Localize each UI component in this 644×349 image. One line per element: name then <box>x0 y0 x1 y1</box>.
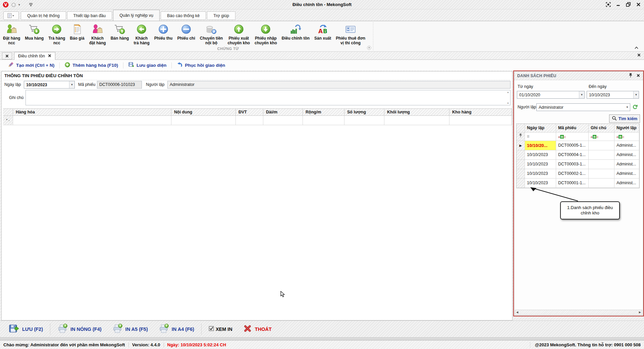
items-cell-noi-dung[interactable] <box>171 116 236 125</box>
ngay-lap-combo[interactable]: 10/10/2023 ▼ <box>24 81 75 89</box>
grid-cell[interactable]: DCT00004-1... <box>556 150 589 160</box>
scroll-right-icon[interactable]: ▶ <box>639 311 641 314</box>
ribbon-item-tra-hang-ncc[interactable]: Trả hàng ncc <box>46 22 67 46</box>
ribbon-item-phieu-thue-don-vi-thi-cong[interactable]: Phiếu thuê đơn vị thi công <box>333 22 368 46</box>
button-luu-f2[interactable]: LƯU (F2) <box>3 323 48 335</box>
grid-row[interactable]: 10/10/2023DCT00003-1...Administ... <box>517 160 639 169</box>
tabstrip-close-icon[interactable] <box>637 53 641 58</box>
grid-cell[interactable]: DCT00005-1... <box>556 141 589 150</box>
items-cell-khoi-luong[interactable] <box>384 116 449 125</box>
grid-filter-cell[interactable]: aBc <box>614 133 639 141</box>
tab-dieu-chinh-ton[interactable]: Điều chỉnh tồn <box>14 52 55 60</box>
items-col-so-luong[interactable]: Số lượng <box>344 108 384 116</box>
grid-filter-row[interactable]: =aBcaBcaBc <box>517 133 639 141</box>
chevron-down-icon[interactable]: ▼ <box>69 81 74 88</box>
resize-strip[interactable] <box>0 337 644 340</box>
grid-cell[interactable] <box>589 169 614 179</box>
grid-cell[interactable] <box>589 150 614 160</box>
panel-close-icon[interactable] <box>637 73 640 78</box>
ribbon-item-san-xuat[interactable]: ABSản xuất <box>312 22 333 41</box>
items-cell-kho-hang[interactable] <box>449 116 512 125</box>
ribbon-item-khach-tra-hang[interactable]: Khách trả hàng <box>131 22 152 46</box>
action-tao-moi-ctrl-n[interactable]: Tạo mới (Ctrl + N) <box>3 62 59 69</box>
button-in-a5-f5[interactable]: ?IN A5 (F5) <box>107 323 153 335</box>
action-luu-giao-dien[interactable]: Lưu giao diện <box>123 62 171 68</box>
ribbon-item-phieu-xuat-chuyen-kho[interactable]: Phiếu xuất chuyển kho <box>225 22 252 46</box>
ribbon-item-phieu-thu[interactable]: Phiếu thu <box>152 22 175 41</box>
close-icon[interactable] <box>636 2 641 7</box>
grid-cell[interactable]: DCT00003-1... <box>556 160 589 169</box>
chevron-down-icon[interactable]: ▼ <box>579 91 584 98</box>
button-xem-in[interactable]: XEM IN <box>203 326 238 332</box>
ribbon-item-phieu-nhap-chuyen-kho[interactable]: Phiếu nhập chuyển kho <box>252 22 279 46</box>
button-thoat[interactable]: THOÁT <box>238 324 277 334</box>
ma-phieu-field[interactable]: DCT00006-101023 <box>97 81 142 89</box>
grid-cell[interactable]: Administ... <box>614 150 639 160</box>
items-new-row[interactable]: * - <box>3 116 512 125</box>
ribbon-item-chuyen-tien-noi-bo[interactable]: Chuyển tiền nội bộ <box>198 22 225 46</box>
button-in-nong-f4[interactable]: ?IN NÓNG (F4) <box>52 323 107 335</box>
ribbon-tab-quan-ly-nghiep-vu[interactable]: Quản lý nghiệp vụ <box>113 10 160 21</box>
ribbon-tab-quan-tri-he-thong[interactable]: Quản trị hệ thống <box>21 11 66 20</box>
items-col-noi-dung[interactable]: Nội dung <box>171 108 236 116</box>
grid-row-selected[interactable]: ▶10/10/20...DCT00005-1...Administ... <box>517 141 639 150</box>
ribbon-item-bao-gia[interactable]: Báo giá <box>67 22 87 41</box>
grid-cell[interactable]: Administ... <box>614 169 639 179</box>
ribbon-item-at-hang-ncc[interactable]: Đặt hàng ncc <box>1 22 22 46</box>
grid-cell[interactable] <box>589 141 614 150</box>
ribbon-item-phieu-chi[interactable]: Phiếu chi <box>175 22 197 41</box>
items-col-rong-m[interactable]: Rộng/m <box>303 108 344 116</box>
items-col-vt[interactable]: ĐVT <box>236 108 263 116</box>
grid-col-ma-phieu[interactable]: Mã phiếu <box>556 124 589 133</box>
scroll-left-icon[interactable]: ◀ <box>516 311 518 314</box>
search-button[interactable]: Tìm kiếm <box>609 114 640 123</box>
ribbon-tab-tro-giup[interactable]: Trợ giúp <box>207 11 235 20</box>
action-them-hang-hoa-f10[interactable]: Thêm hàng hóa (F10) <box>60 62 123 68</box>
items-cell-dai-m[interactable] <box>263 116 303 125</box>
items-cell-vt[interactable] <box>236 116 263 125</box>
nguoi-lap-field[interactable]: Administrator <box>167 81 511 89</box>
group-dialog-launcher-icon[interactable] <box>367 46 371 51</box>
chevron-down-icon[interactable]: ▼ <box>633 91 639 98</box>
grid-col-ghi-chu[interactable]: Ghi chú <box>589 124 614 133</box>
grid-cell[interactable]: 10/10/2023 <box>525 169 556 179</box>
grid-filter-cell[interactable]: = <box>525 133 556 141</box>
pin-icon[interactable] <box>629 73 633 79</box>
close-all-tabs-button[interactable] <box>2 52 12 59</box>
grid-col-ngay-lap[interactable]: Ngày lập <box>525 124 556 133</box>
items-cell-rong-m[interactable] <box>303 116 344 125</box>
items-col-hang-hoa[interactable]: Hàng hóa <box>13 108 171 116</box>
items-col-kho-hang[interactable]: Kho hàng <box>449 108 512 116</box>
grid-row[interactable]: 10/10/2023DCT00004-1...Administ... <box>517 150 639 160</box>
panel-nguoi-lap-combo[interactable]: Administrator ▼ <box>536 103 630 111</box>
horizontal-scrollbar[interactable]: ◀ ▶ <box>515 310 642 315</box>
ribbon-item-khach-dat-hang[interactable]: Khách đặt hàng <box>87 22 108 46</box>
grid-cell[interactable] <box>589 160 614 169</box>
ribbon-item-ieu-chinh-ton[interactable]: Điều chỉnh tồn <box>279 22 312 41</box>
ribbon-item-ban-hang[interactable]: Bán hàng <box>108 22 131 41</box>
action-phuc-hoi-giao-dien[interactable]: Phục hồi giao diện <box>172 62 230 68</box>
ribbon-tab-thiet-lap-ban-dau[interactable]: Thiết lập ban đầu <box>67 11 112 20</box>
restore-icon[interactable] <box>626 2 631 7</box>
grid-filter-cell[interactable]: aBc <box>589 133 614 141</box>
ribbon-item-mua-hang[interactable]: Mua hàng <box>22 22 46 41</box>
items-col-khoi-luong[interactable]: Khối lượng <box>384 108 449 116</box>
items-cell-hang-hoa[interactable] <box>13 116 171 125</box>
items-col-dai-m[interactable]: Dài/m <box>263 108 303 116</box>
items-cell-so-luong[interactable] <box>344 116 384 125</box>
grid-cell[interactable]: DCT00002-1... <box>556 169 589 179</box>
app-menu-button[interactable] <box>3 11 19 20</box>
chevron-down-icon[interactable]: ▼ <box>625 104 630 111</box>
grid-row[interactable]: 10/10/2023DCT00002-1...Administ... <box>517 169 639 179</box>
tu-ngay-combo[interactable]: 01/10/2020 ▼ <box>517 91 585 99</box>
minimize-icon[interactable] <box>616 2 621 7</box>
fullscreen-icon[interactable] <box>606 2 611 7</box>
grid-cell[interactable]: 10/10/2023 <box>525 150 556 160</box>
refresh-icon[interactable] <box>632 104 638 110</box>
den-ngay-combo[interactable]: 10/10/2023 ▼ <box>587 91 639 99</box>
grid-cell[interactable]: 10/10/20... <box>525 141 556 150</box>
grid-cell[interactable]: Administ... <box>614 141 639 150</box>
grid-col-nguoi-lap[interactable]: Người lập <box>614 124 639 133</box>
ribbon-collapse-icon[interactable] <box>634 46 639 50</box>
scroll-up-icon[interactable]: ▲ <box>507 91 509 93</box>
